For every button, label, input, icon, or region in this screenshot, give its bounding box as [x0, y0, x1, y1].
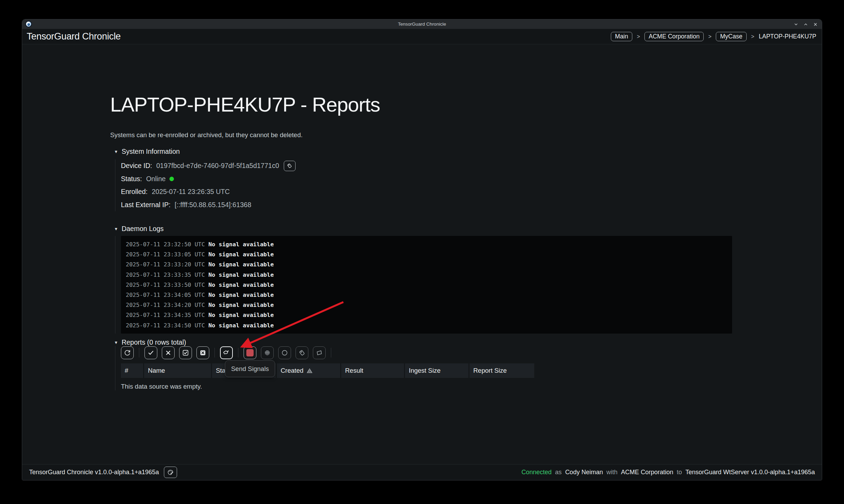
- checkbox-x-button[interactable]: [196, 346, 209, 359]
- x-button[interactable]: [162, 346, 175, 359]
- as-label: as: [555, 469, 562, 476]
- tag-button[interactable]: [296, 346, 308, 359]
- send-signals-tooltip: Send Signals: [225, 360, 275, 377]
- tag-icon: [286, 162, 293, 169]
- online-status-dot: [169, 177, 174, 181]
- flag-button[interactable]: [313, 346, 326, 359]
- column-header-report-size[interactable]: Report Size: [469, 363, 534, 378]
- collapse-triangle-icon: ▼: [114, 227, 118, 231]
- close-icon: [813, 22, 818, 27]
- minimize-button[interactable]: [793, 21, 799, 27]
- log-line: 2025-07-11 23:33:35 UTC No signal availa…: [126, 270, 727, 280]
- breadcrumb-main[interactable]: Main: [611, 32, 632, 41]
- striped-circle-icon: [263, 349, 271, 357]
- server-version: TensorGuard WtServer v1.0.0-alpha.1+a196…: [685, 469, 815, 476]
- breadcrumb-separator: >: [637, 34, 640, 40]
- field-device-id: Device ID: 0197fbcd-e7de-7460-97df-5f1a5…: [121, 159, 296, 173]
- toolbar-separator: [214, 348, 215, 357]
- daemon-logs-body: 2025-07-11 23:32:50 UTC No signal availa…: [115, 236, 732, 334]
- breadcrumb-current-device: LAPTOP-PHE4KU7P: [759, 33, 816, 40]
- sort-triangle-icon: [307, 368, 313, 373]
- circle-icon: [281, 349, 289, 357]
- org-name: ACME Corporation: [621, 469, 673, 476]
- breadcrumb-acme-corporation[interactable]: ACME Corporation: [644, 32, 704, 41]
- check-button[interactable]: [144, 346, 157, 359]
- log-line: 2025-07-11 23:34:20 UTC No signal availa…: [126, 300, 727, 310]
- reports-table-header: # Name Status Created Result Ingest Size…: [121, 363, 534, 378]
- with-label: with: [606, 469, 617, 476]
- red-square-icon: [246, 349, 254, 356]
- section-title: Reports (0 rows total): [122, 338, 186, 346]
- red-square-button[interactable]: [244, 346, 256, 359]
- close-button[interactable]: [812, 21, 818, 27]
- log-line: 2025-07-11 23:34:50 UTC No signal availa…: [126, 320, 727, 330]
- chevron-up-icon: [803, 22, 808, 27]
- breadcrumb-separator: >: [751, 34, 754, 40]
- refresh-icon: [123, 349, 131, 357]
- section-daemon-logs[interactable]: ▼ Daemon Logs: [114, 225, 164, 233]
- reports-body: # Name Status Created Result Ingest Size…: [115, 346, 534, 390]
- maximize-button[interactable]: [803, 21, 809, 27]
- flag-icon: [315, 349, 323, 357]
- empty-table-message: This data source was empty.: [121, 383, 534, 390]
- column-header-name[interactable]: Name: [144, 363, 211, 378]
- bird-signal-icon: [222, 349, 230, 357]
- page-title: LAPTOP-PHE4KU7P - Reports: [110, 93, 380, 116]
- column-header-created[interactable]: Created: [277, 363, 340, 378]
- tag-icon: [298, 349, 306, 357]
- page-subtitle: Systems can be re-enrolled or archived, …: [110, 131, 302, 139]
- send-signals-button[interactable]: [220, 346, 233, 359]
- section-title: Daemon Logs: [122, 225, 164, 233]
- check-icon: [147, 349, 155, 357]
- palette-icon: [167, 469, 174, 476]
- log-line: 2025-07-11 23:33:50 UTC No signal availa…: [126, 280, 727, 290]
- section-system-information[interactable]: ▼ System Information: [114, 148, 180, 156]
- collapse-triangle-icon: ▼: [114, 149, 118, 154]
- system-information-body: Device ID: 0197fbcd-e7de-7460-97df-5f1a5…: [115, 159, 296, 211]
- theme-palette-button[interactable]: [164, 467, 177, 478]
- field-enrolled: Enrolled: 2025-07-11 23:26:35 UTC: [121, 185, 296, 198]
- daemon-log-view[interactable]: 2025-07-11 23:32:50 UTC No signal availa…: [121, 236, 732, 334]
- field-status: Status: Online: [121, 173, 296, 186]
- window-title: TensorGuard Chronicle: [22, 21, 822, 27]
- breadcrumb-mycase[interactable]: MyCase: [716, 32, 746, 41]
- field-last-external-ip: Last External IP: [::ffff:50.88.65.154]:…: [121, 198, 296, 212]
- checkbox-check-button[interactable]: [179, 346, 192, 359]
- reports-toolbar: [121, 346, 534, 359]
- copy-device-id-button[interactable]: [284, 161, 296, 171]
- breadcrumb-separator: >: [708, 34, 711, 40]
- toolbar-separator: [238, 348, 238, 357]
- log-line: 2025-07-11 23:32:50 UTC No signal availa…: [126, 239, 727, 249]
- toolbar-separator: [139, 348, 139, 357]
- app-title: TensorGuard Chronicle: [27, 31, 121, 42]
- column-header-ingest-size[interactable]: Ingest Size: [405, 363, 468, 378]
- refresh-button[interactable]: [121, 346, 134, 359]
- circle-button[interactable]: [278, 346, 291, 359]
- chevron-down-icon: [793, 22, 799, 27]
- log-line: 2025-07-11 23:33:20 UTC No signal availa…: [126, 259, 727, 269]
- breadcrumb: Main > ACME Corporation > MyCase > LAPTO…: [611, 32, 816, 41]
- collapse-triangle-icon: ▼: [114, 340, 118, 345]
- section-reports[interactable]: ▼ Reports (0 rows total): [114, 338, 186, 346]
- app-header: TensorGuard Chronicle Main > ACME Corpor…: [22, 29, 822, 44]
- section-title: System Information: [122, 148, 180, 156]
- log-line: 2025-07-11 23:33:05 UTC No signal availa…: [126, 249, 727, 259]
- titlebar: TensorGuard Chronicle: [22, 19, 822, 29]
- user-name: Cody Neiman: [565, 469, 603, 476]
- x-icon: [164, 349, 172, 357]
- statusbar: TensorGuard Chronicle v1.0.0-alpha.1+a19…: [22, 464, 822, 480]
- column-header-index[interactable]: #: [121, 363, 143, 378]
- log-line: 2025-07-11 23:34:35 UTC No signal availa…: [126, 310, 727, 320]
- log-line: 2025-07-11 23:34:05 UTC No signal availa…: [126, 290, 727, 300]
- connection-status: Connected: [521, 469, 552, 476]
- checkbox-check-icon: [182, 349, 190, 357]
- toolbar-separator: [331, 348, 331, 357]
- checkbox-x-icon: [199, 349, 207, 357]
- to-label: to: [677, 469, 682, 476]
- app-version: TensorGuard Chronicle v1.0.0-alpha.1+a19…: [29, 469, 159, 476]
- striped-circle-button[interactable]: [261, 346, 274, 359]
- column-header-result[interactable]: Result: [341, 363, 404, 378]
- app-window: TensorGuard Chronicle TensorGuard Chroni…: [22, 19, 822, 480]
